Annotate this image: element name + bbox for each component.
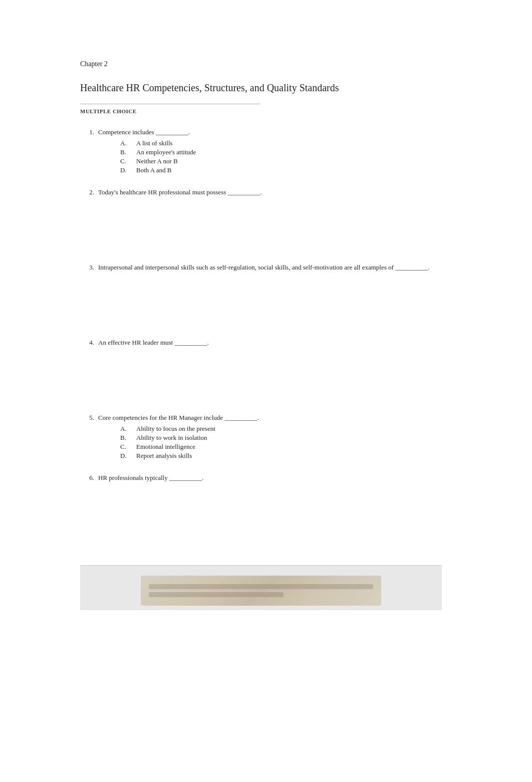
question-1-answers: A. A list of skills B. An employee's att… (120, 139, 442, 174)
question-4: 4. An effective HR leader must _________… (80, 339, 442, 400)
answer-1b: B. An employee's attitude (120, 148, 442, 156)
question-4-text: An effective HR leader must __________. (98, 339, 442, 347)
section-label: MULTIPLE CHOICE (80, 108, 442, 114)
question-1-text: Competence includes __________. (98, 128, 442, 136)
question-3-text: Intrapersonal and interpersonal skills s… (98, 264, 442, 272)
question-3-spacer (80, 275, 442, 325)
question-4-spacer (80, 350, 442, 400)
footer-blur-line-2 (149, 592, 284, 597)
footer-area (80, 565, 442, 610)
question-5-text: Core competencies for the HR Manager inc… (98, 414, 442, 422)
question-5-answers: A. Ability to focus on the present B. Ab… (120, 425, 442, 460)
question-3-number: 3. (80, 264, 94, 272)
question-5: 5. Core competencies for the HR Manager … (80, 414, 442, 460)
question-6: 6. HR professionals typically __________… (80, 474, 442, 535)
question-2-spacer (80, 199, 442, 249)
question-2: 2. Today's healthcare HR professional mu… (80, 188, 442, 249)
question-5-number: 5. (80, 414, 94, 422)
question-3: 3. Intrapersonal and interpersonal skill… (80, 264, 442, 325)
question-6-text: HR professionals typically __________. (98, 474, 442, 482)
question-1: 1. Competence includes __________. A. A … (80, 128, 442, 174)
answer-1d: D. Both A and B (120, 166, 442, 174)
footer-blurred-content (141, 576, 381, 606)
chapter-label: Chapter 2 (80, 60, 442, 68)
answer-5a: A. Ability to focus on the present (120, 425, 442, 433)
answer-5d: D. Report analysis skills (120, 452, 442, 460)
question-1-number: 1. (80, 128, 94, 136)
questions-container: 1. Competence includes __________. A. A … (80, 128, 442, 535)
answer-5c: C. Emotional intelligence (120, 443, 442, 451)
answer-1a: A. A list of skills (120, 139, 442, 147)
answer-1c: C. Neither A nor B (120, 157, 442, 165)
section-divider (80, 104, 260, 104)
question-2-text: Today's healthcare HR professional must … (98, 188, 442, 196)
question-6-spacer (80, 485, 442, 535)
document-title: Healthcare HR Competencies, Structures, … (80, 82, 442, 94)
question-4-number: 4. (80, 339, 94, 347)
answer-5b: B. Ability to work in isolation (120, 434, 442, 442)
question-2-number: 2. (80, 188, 94, 196)
footer-blur-line-1 (149, 584, 373, 589)
question-6-number: 6. (80, 474, 94, 482)
